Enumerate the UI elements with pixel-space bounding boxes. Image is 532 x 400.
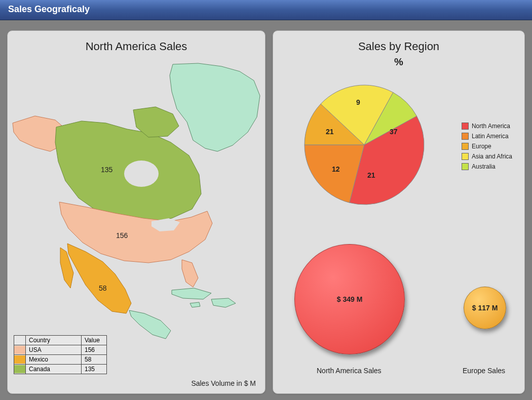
region-cuba	[172, 288, 211, 299]
col-country: Country	[26, 336, 82, 345]
map-value-canada: 135	[101, 166, 112, 174]
legend-item: North America	[462, 123, 512, 130]
region-florida	[182, 260, 198, 287]
header-title: Sales Geograficaly	[8, 4, 90, 14]
bubble-label-na: North America Sales	[317, 367, 382, 375]
swatch-latin-america	[462, 133, 469, 140]
table-header-row: Country Value	[14, 336, 107, 345]
legend-item: Europe	[462, 143, 512, 150]
page-header: Sales Geograficaly	[0, 0, 532, 20]
slice-label-na: 37	[390, 128, 398, 136]
map-title: North America Sales	[8, 31, 265, 55]
slice-label-la: 21	[367, 171, 375, 179]
swatch-europe	[462, 143, 469, 150]
legend-item: Australia	[462, 163, 512, 170]
slice-label-au: 9	[356, 98, 360, 106]
map-value-usa: 156	[116, 231, 128, 239]
table-row: Mexico 58	[14, 355, 107, 365]
map-legend-table: Country Value USA 156 Mexico 58 Canada 1…	[14, 335, 107, 374]
bubble-label-eu: Europe Sales	[463, 367, 505, 375]
map-value-mexico: 58	[99, 284, 107, 292]
col-value: Value	[82, 336, 107, 345]
bubble-value-eu: $ 117 M	[472, 304, 498, 312]
bubble-value-na: $ 349 M	[337, 295, 363, 303]
swatch-north-america	[462, 123, 469, 130]
swatch-canada	[14, 365, 25, 373]
swatch-asia-africa	[462, 153, 469, 160]
table-row: USA 156	[14, 345, 107, 355]
north-america-map-panel: North America Sales	[7, 30, 265, 394]
pie-chart	[298, 79, 430, 211]
map-caption: Sales Volume in $ M	[191, 379, 256, 387]
legend-item: Asia and Africa	[462, 153, 512, 160]
region-central-america	[129, 310, 171, 339]
pie-chart-area: 37 21 12 21 9 North America Latin Americ…	[273, 72, 524, 229]
pie-title: Sales by Region	[273, 31, 524, 55]
sales-by-region-panel: Sales by Region % 37 21 12 21 9 North Am…	[273, 30, 525, 394]
region-greenland	[170, 63, 260, 151]
swatch-australia	[462, 163, 469, 170]
swatch-mexico	[14, 355, 25, 364]
swatch-usa	[14, 346, 25, 354]
bubble-europe: $ 117 M	[464, 287, 506, 329]
slice-label-eu: 12	[332, 165, 340, 173]
region-jamaica	[190, 302, 200, 307]
bubble-chart-area: $ 349 M $ 117 M North America Sales Euro…	[273, 229, 524, 400]
dashboard-container: North America Sales	[0, 20, 532, 400]
slice-label-aa: 21	[326, 128, 334, 136]
bubble-north-america: $ 349 M	[294, 244, 405, 354]
table-row: Canada 135	[14, 365, 107, 374]
region-hispaniola	[211, 298, 236, 307]
pie-subtitle: %	[273, 55, 524, 72]
pie-legend: North America Latin America Europe Asia …	[462, 123, 512, 173]
legend-item: Latin America	[462, 133, 512, 140]
hudson-bay	[124, 161, 159, 187]
map-graphic: 135 156 58	[11, 61, 263, 345]
